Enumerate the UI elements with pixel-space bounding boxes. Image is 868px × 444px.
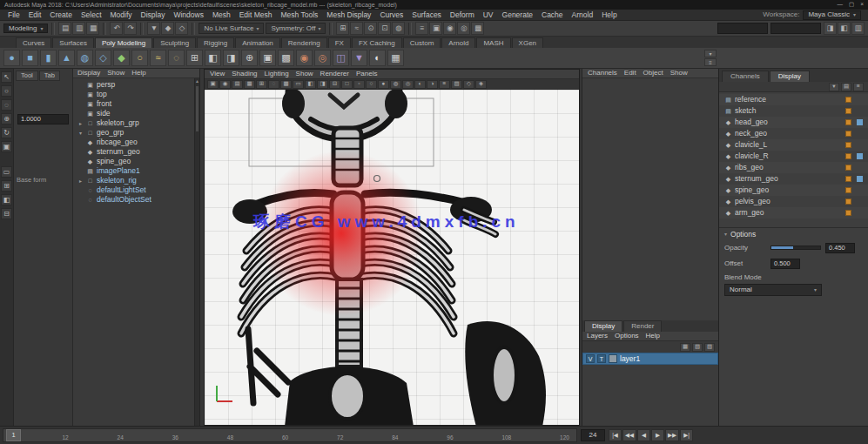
open-scene-icon[interactable]: ▥ — [72, 22, 85, 35]
go-to-start-button[interactable]: |◀ — [609, 429, 622, 441]
shelf-tab[interactable]: FX — [328, 37, 351, 48]
inspector-layer-row[interactable]: ▤ reference — [719, 94, 868, 105]
shelf-multi-cut-icon[interactable]: ◧ — [205, 50, 221, 66]
shelf-tab[interactable]: MASH — [476, 37, 510, 48]
layer-key-toggle[interactable] — [845, 119, 851, 125]
channel-box-menu-item[interactable]: Channels — [588, 70, 617, 77]
image-plane-icon[interactable]: ▦ — [244, 80, 255, 89]
move-tool-icon[interactable]: ⊕ — [1, 113, 12, 124]
lasso-tool-icon[interactable]: ○ — [1, 85, 12, 97]
outliner-item[interactable]: ◆ ribcage_geo — [73, 138, 199, 147]
select-hierarchy-icon[interactable]: ▼ — [147, 22, 160, 35]
outliner-item[interactable]: ◆ sternum_geo — [73, 147, 199, 157]
shelf-torus-icon[interactable]: ◍ — [77, 50, 93, 66]
viewport-menu-item[interactable]: Renderer — [320, 71, 349, 77]
snap-curve-icon[interactable]: ≈ — [350, 22, 363, 35]
layer-link-toggle[interactable] — [857, 108, 863, 114]
shelf-tab[interactable]: Rigging — [197, 37, 234, 48]
layer-key-toggle[interactable] — [845, 198, 851, 205]
new-layer-from-selected-icon[interactable]: ▨ — [704, 343, 715, 352]
motion-blur-icon[interactable]: ≡ — [439, 80, 450, 89]
shelf-cube-icon[interactable]: ■ — [22, 50, 38, 66]
menu-item[interactable]: Curves — [375, 11, 407, 19]
outliner-menu-item[interactable]: Display — [77, 70, 100, 77]
inspector-layer-row[interactable]: ◆ clavicle_R — [719, 151, 868, 162]
menuset-dropdown[interactable]: Modeling ▾ — [3, 24, 48, 33]
filter-layers-icon[interactable]: ▤ — [841, 83, 851, 91]
menu-item[interactable]: Surfaces — [407, 11, 446, 19]
safe-action-icon[interactable]: □ — [341, 80, 353, 89]
four-pane-layout-icon[interactable]: ⊞ — [1, 180, 12, 192]
outliner-item[interactable]: ▤ imagePlane1 — [73, 166, 199, 176]
select-tool-icon[interactable]: ↖ — [1, 71, 12, 83]
select-component-icon[interactable]: ◇ — [175, 22, 188, 35]
tool-settings-field[interactable]: 1.0000 — [17, 114, 69, 124]
shelf-merge-icon[interactable]: ⊕ — [241, 50, 258, 66]
blend-mode-dropdown[interactable]: Normal ▾ — [724, 284, 822, 296]
viewport-menu-item[interactable]: Shading — [232, 71, 257, 77]
layer-key-toggle[interactable] — [845, 131, 851, 137]
ipr-render-icon[interactable]: ◎ — [457, 22, 470, 35]
shelf-menu-icon[interactable]: ▾ — [704, 50, 717, 57]
inspector-layer-row[interactable]: ◆ clavicle_L — [719, 139, 868, 151]
expand-arrow-icon[interactable]: ▾ — [77, 131, 84, 136]
shelf-tab[interactable]: Arnold — [441, 37, 475, 48]
inspector-layer-row[interactable]: ◆ head_geo — [719, 117, 868, 128]
save-scene-icon[interactable]: ▦ — [86, 22, 99, 35]
menu-item[interactable]: Display — [137, 11, 170, 19]
shelf-plane-icon[interactable]: ◇ — [95, 50, 111, 66]
time-slider[interactable]: 1 11224364860728496108120 — [3, 428, 577, 442]
quick-selection-field[interactable] — [717, 23, 768, 34]
menu-item[interactable]: Create — [45, 11, 77, 19]
snap-point-icon[interactable]: ⊙ — [364, 22, 377, 35]
outliner-item[interactable]: ▣ persp — [73, 80, 199, 90]
layer-link-toggle[interactable] — [857, 142, 863, 148]
opacity-field[interactable]: 0.450 — [825, 243, 855, 253]
shelf-tab[interactable]: Custom — [403, 37, 441, 48]
shelf-quad-draw-icon[interactable]: ⊞ — [186, 50, 203, 66]
layer-editor-menu-item[interactable]: Options — [615, 333, 639, 340]
outliner-item[interactable]: ▣ side — [73, 109, 199, 118]
outliner-item[interactable]: ▣ top — [73, 90, 199, 99]
layer-color-chip[interactable] — [609, 354, 617, 363]
layer-link-toggle[interactable] — [857, 187, 863, 193]
outliner-item[interactable]: ▸ □ skeleton_grp — [73, 118, 199, 128]
layer-key-toggle[interactable] — [845, 176, 851, 182]
isolate-select-icon[interactable]: ◇ — [463, 80, 474, 89]
current-frame-marker[interactable]: 1 — [6, 429, 21, 441]
play-forward-button[interactable]: ▶ — [651, 429, 664, 441]
inspector-layer-row[interactable]: ◆ spine_geo — [719, 185, 868, 196]
menu-item[interactable]: Generate — [498, 11, 537, 19]
channel-box-toggle-icon[interactable]: ▥ — [851, 22, 865, 35]
viewport-menu-item[interactable]: Show — [296, 71, 313, 77]
menu-item[interactable]: Arnold — [568, 11, 598, 19]
move-layer-up-icon[interactable]: ▦ — [680, 343, 690, 352]
minimize-button[interactable]: — — [838, 2, 844, 8]
resolution-gate-icon[interactable]: ◧ — [305, 80, 316, 89]
tool-settings-toggle-icon[interactable]: ◧ — [838, 22, 851, 35]
outliner-scrollbar[interactable]: ▲ — [194, 78, 199, 426]
layer-editor-menu-item[interactable]: Help — [646, 333, 660, 340]
maximize-button[interactable]: ▢ — [849, 2, 854, 8]
display-layer-row[interactable]: V T layer1 — [582, 353, 718, 365]
shelf-mirror-icon[interactable]: ◫ — [333, 50, 349, 66]
grease-pencil-icon[interactable]: ◌ — [268, 80, 279, 89]
viewport-menu-item[interactable]: View — [210, 71, 225, 77]
menu-item[interactable]: Mesh Display — [322, 11, 375, 19]
shelf-cone-icon[interactable]: ▲ — [58, 50, 75, 66]
shelf-boolean-icon[interactable]: ◐ — [369, 50, 386, 66]
viewport-menu-item[interactable]: Panels — [356, 71, 377, 77]
inspector-layer-row[interactable]: ◆ pelvis_geo — [719, 196, 868, 207]
menu-item[interactable]: Deform — [446, 11, 479, 19]
layer-playback-toggle[interactable]: T — [597, 354, 606, 363]
ao-icon[interactable]: ◑ — [427, 80, 438, 89]
new-empty-layer-icon[interactable]: ▧ — [692, 343, 703, 352]
lock-camera-icon[interactable]: ▣ — [207, 80, 219, 89]
chevron-down-icon[interactable]: ▾ — [724, 232, 727, 237]
close-button[interactable]: × — [860, 2, 864, 8]
scrollbar-thumb[interactable] — [196, 86, 198, 131]
outliner-item[interactable]: ▾ □ geo_grp — [73, 128, 199, 138]
inspector-layer-row[interactable]: ◆ sternum_geo — [719, 173, 868, 185]
channel-box-menu-item[interactable]: Show — [670, 70, 688, 77]
inspector-tab[interactable]: Display — [770, 71, 810, 82]
